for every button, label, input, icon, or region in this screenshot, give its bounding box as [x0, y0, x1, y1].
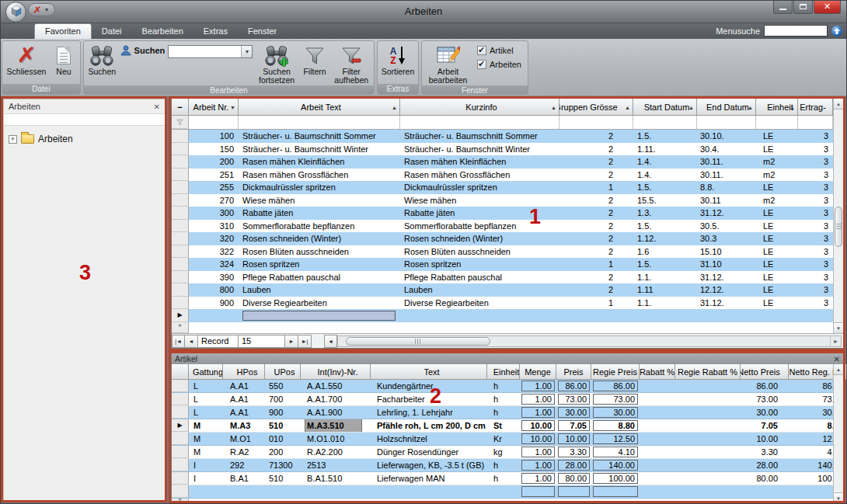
cell-menge[interactable]: 1.00 — [520, 472, 556, 485]
cell-einheit[interactable]: LE — [756, 245, 798, 259]
vertical-scrollbar[interactable]: ▲ ▼ — [833, 364, 843, 503]
row-selector[interactable]: ▶ — [172, 419, 189, 432]
cell-einheit[interactable]: St — [487, 419, 520, 432]
suchen-button[interactable]: Suchen — [85, 42, 119, 85]
cell-netto-preis[interactable]: 86.00 — [741, 380, 789, 392]
filter-cell[interactable] — [239, 116, 400, 129]
ribbon-tab[interactable]: Favoriten — [34, 23, 92, 39]
cell-arbeit-nr[interactable]: 800 — [189, 283, 239, 297]
filter-aufheben-button[interactable]: Filter aufheben — [330, 42, 372, 85]
cell-start-datum[interactable]: 1.3. — [633, 207, 697, 220]
row-selector[interactable] — [172, 194, 189, 207]
row-selector[interactable] — [172, 472, 189, 485]
col-header-int-nr[interactable]: Int(Inv)-Nr. — [301, 364, 371, 380]
cell-text[interactable] — [371, 485, 487, 498]
col-header-kurzinfo[interactable]: Kurzinfo▲ — [400, 99, 559, 116]
cell-einheit[interactable]: LE — [756, 283, 798, 297]
tree-panel-close-icon[interactable]: ✕ — [154, 103, 160, 111]
cell-int-nr[interactable]: B.A1.510 — [301, 472, 371, 485]
filter-cell[interactable] — [633, 116, 697, 129]
row-selector[interactable] — [172, 297, 189, 310]
cell-rabatt[interactable] — [640, 433, 675, 445]
cell-end-datum[interactable]: 8.8. — [697, 181, 756, 194]
cell-upos[interactable]: 900 — [265, 406, 301, 419]
cell-regie-preis[interactable]: 86.00 — [591, 380, 640, 392]
arbeit-bearbeiten-button[interactable]: Arbeit bearbeiten — [424, 42, 472, 85]
filter-row[interactable] — [172, 116, 843, 130]
cell-end-datum[interactable]: 30.11. — [697, 169, 756, 182]
cell-int-nr[interactable]: A.A1.900 — [301, 406, 371, 419]
hscroll-thumb[interactable] — [346, 337, 490, 346]
cell-menge[interactable] — [520, 485, 556, 498]
cell-regie-preis[interactable]: 4.10 — [591, 446, 640, 458]
cell-end-datum[interactable]: 31.12. — [697, 297, 756, 310]
filtern-button[interactable]: Filtern — [299, 42, 331, 85]
cell-menge[interactable]: 1.00 — [520, 446, 556, 458]
cell-einheit[interactable]: LE — [756, 130, 798, 143]
cell-einheit[interactable] — [487, 485, 520, 498]
row-selector[interactable] — [172, 271, 189, 284]
menusuche-input[interactable] — [764, 25, 828, 36]
row-selector[interactable] — [172, 155, 189, 169]
cell-menge[interactable]: 1.00 — [520, 380, 556, 392]
cell-kurzinfo[interactable]: Pflege Rabatten pauschal — [400, 271, 559, 284]
cell-regie-rabatt[interactable] — [675, 485, 741, 498]
row-selector[interactable] — [172, 207, 189, 220]
neu-button[interactable]: Neu — [49, 42, 78, 83]
cell-ertrag[interactable]: 3 — [798, 283, 833, 297]
table-row[interactable]: 900 Diverse Regiearbeiten Diverse Regiea… — [172, 297, 843, 310]
row-selector[interactable] — [172, 258, 189, 271]
row-selector[interactable] — [172, 220, 189, 233]
cell-gruppen-groesse[interactable]: 2 — [559, 283, 633, 297]
col-header-gruppen-groesse[interactable]: Gruppen Grösse▲ — [559, 99, 633, 116]
app-menu-button[interactable] — [5, 2, 26, 23]
row-selector[interactable] — [172, 433, 189, 445]
col-header-hpos[interactable]: HPos — [223, 364, 265, 380]
cell-einheit[interactable]: LE — [756, 181, 798, 194]
table-row[interactable]: 200 Rasen mähen Kleinflächen Rasen mähen… — [172, 155, 843, 169]
cell-int-nr[interactable]: M.A3.510 — [301, 419, 371, 432]
col-header-ertrag[interactable]: Ertrag- — [798, 99, 833, 116]
row-selector[interactable] — [172, 169, 189, 182]
cell-netto-preis[interactable] — [741, 485, 789, 498]
cell-einheit[interactable]: m2 — [756, 194, 798, 207]
filter-cell[interactable] — [400, 116, 559, 129]
col-header-preis[interactable]: Preis — [556, 364, 591, 380]
table-row[interactable]: 251 Rasen mähen Grossflächen Rasen mähen… — [172, 169, 843, 182]
table-row[interactable]: L A.A1 700 A.A1.700 Facharbeiter h 1.00 … — [172, 393, 843, 406]
cell-einheit[interactable]: h — [487, 393, 520, 405]
cell-hpos[interactable]: R.A2 — [223, 446, 265, 458]
cell-arbeit-nr[interactable]: 320 — [189, 232, 239, 245]
cell-regie-rabatt[interactable] — [675, 419, 741, 432]
cell-netto-preis[interactable]: 28.00 — [741, 459, 789, 471]
cell-preis[interactable]: 10.00 — [556, 433, 591, 445]
cell-rabatt[interactable] — [640, 406, 675, 419]
table-row[interactable]: 270 Wiese mähen Wiese mähen 2 15.5. 30.1… — [172, 194, 843, 207]
cell-upos[interactable]: 200 — [265, 446, 301, 458]
cell-gattung[interactable] — [189, 485, 223, 498]
cell-kurzinfo[interactable]: Diverse Regiearbeiten — [400, 297, 559, 310]
col-header-einheit[interactable]: Einheit▲ — [756, 99, 798, 116]
row-selector[interactable] — [172, 380, 189, 392]
cell-text[interactable]: Holzschnitzel — [371, 433, 487, 445]
cell-regie-rabatt[interactable] — [675, 406, 741, 419]
cell-hpos[interactable]: A.A1 — [223, 406, 265, 419]
row-selector[interactable] — [172, 283, 189, 297]
cell-einheit[interactable]: h — [487, 380, 520, 392]
cell-ertrag[interactable]: 3 — [798, 232, 833, 245]
new-row[interactable]: * — [172, 499, 843, 504]
table-row[interactable]: L A.A1 900 A.A1.900 Lehrling, 1. Lehrjah… — [172, 406, 843, 419]
table-row[interactable]: 322 Rosen Blüten ausschneiden Rosen Blüt… — [172, 245, 843, 259]
table-row[interactable]: L A.A1 550 A.A1.550 Kundengärtner h 1.00… — [172, 380, 843, 393]
cell-einheit[interactable]: h — [487, 406, 520, 419]
cell-int-nr[interactable]: M.O1.010 — [301, 433, 371, 445]
cell-rabatt[interactable] — [640, 419, 675, 432]
cell-rabatt[interactable] — [640, 485, 675, 498]
cell-netto-preis[interactable]: 30.00 — [741, 406, 789, 419]
ribbon-tab[interactable]: Bearbeiten — [132, 23, 193, 39]
cell-einheit[interactable]: LE — [756, 232, 798, 245]
cell-rabatt[interactable] — [640, 380, 675, 392]
cell-regie-rabatt[interactable] — [675, 433, 741, 445]
cell-gattung[interactable]: M — [189, 446, 223, 458]
new-row[interactable]: * — [172, 322, 843, 333]
